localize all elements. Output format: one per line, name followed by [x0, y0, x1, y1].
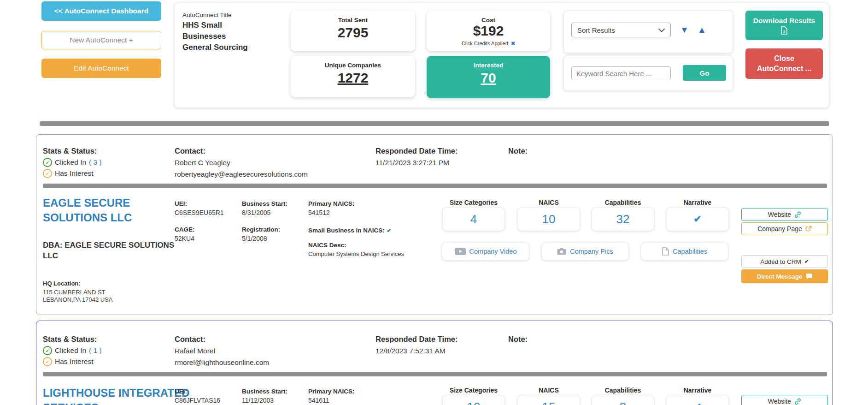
card-horizontal-scrollbar[interactable]: [43, 372, 827, 376]
size-categories-box[interactable]: 10: [442, 395, 505, 405]
link-icon: [794, 211, 801, 218]
sort-ascending-button[interactable]: ▲: [698, 25, 706, 34]
narrative-check-icon: ✔: [693, 401, 702, 405]
has-interest-text: Has Interest: [55, 357, 94, 366]
size-categories-value: 4: [470, 212, 477, 226]
capabilities-count-box[interactable]: 8: [592, 395, 654, 405]
interested-label: Interested: [427, 62, 550, 69]
sort-panel: Sort Results ▼ ▲: [563, 11, 733, 53]
size-categories-label: Size Categories: [442, 199, 505, 206]
new-autoconnect-button[interactable]: New AutoConnect +: [41, 31, 161, 49]
keyword-search-panel: Go: [563, 56, 733, 91]
company-name-link[interactable]: EAGLE SECURE SOLUTIONS LLC: [43, 196, 181, 225]
unique-companies-value[interactable]: 1272: [291, 71, 415, 85]
company-name-link[interactable]: LIGHTHOUSE INTEGRATED SERVICES: [43, 386, 190, 405]
excel-file-icon: x: [781, 26, 787, 35]
hq-address-line1: 115 CUMBERLAND ST: [43, 289, 106, 296]
company-pics-label: Company Pics: [570, 248, 613, 255]
website-button[interactable]: Website: [741, 395, 828, 405]
chevron-down-icon: [658, 26, 665, 32]
stats-status-label: Stats & Status:: [43, 335, 97, 344]
narrative-label: Narrative: [666, 199, 729, 206]
company-page-button[interactable]: Company Page: [741, 222, 828, 235]
size-categories-value: 10: [467, 400, 481, 405]
naics-desc-label: NAICS Desc:: [308, 242, 346, 249]
naics-count-value: 15: [542, 400, 556, 405]
responded-datetime: 12/8/2023 7:52:31 AM: [375, 347, 446, 355]
small-business-row: Small Business in NAICS: ✔: [308, 226, 391, 234]
uei-label: UEI:: [175, 200, 187, 207]
capabilities-count-value: 8: [620, 400, 626, 405]
uei-value: C86JFLVTAS16: [175, 397, 220, 404]
capabilities-button[interactable]: Capabilities: [641, 242, 728, 261]
horizontal-scrollbar[interactable]: [40, 121, 829, 126]
summary-panel: AutoConnect Title HHS Small Businesses G…: [174, 3, 829, 108]
primary-naics-value: 541512: [308, 209, 330, 216]
capabilities-button-label: Capabilities: [673, 248, 707, 255]
naics-count-value: 10: [542, 212, 556, 226]
contact-label: Contact:: [175, 147, 205, 155]
website-button[interactable]: Website: [741, 208, 828, 221]
sort-results-value: Sort Results: [577, 26, 615, 34]
contact-label: Contact:: [175, 335, 205, 344]
total-sent-value: 2795: [291, 25, 415, 40]
click-credits-note[interactable]: Click Credits Applied: ✖: [427, 41, 550, 47]
keyword-search-input[interactable]: [571, 66, 671, 80]
size-categories-box[interactable]: 4: [442, 207, 505, 231]
cost-card: Cost $192 Click Credits Applied: ✖: [427, 11, 550, 51]
camera-icon: [557, 248, 566, 255]
card-horizontal-scrollbar[interactable]: [43, 184, 827, 188]
note-label: Note:: [508, 335, 528, 344]
business-start-value: 8/31/2005: [242, 209, 270, 216]
clicked-in-text: Clicked In: [55, 158, 86, 167]
go-button[interactable]: Go: [683, 65, 726, 81]
naics-count-label: NAICS: [517, 199, 580, 206]
triangle-down-icon: ▼: [680, 25, 689, 35]
direct-message-button[interactable]: Direct Message: [741, 269, 828, 283]
document-icon: [662, 247, 669, 256]
cross-icon[interactable]: ✖: [511, 41, 515, 46]
business-start-value: 11/12/2003: [242, 397, 274, 404]
clicked-in-status[interactable]: ✓ Clicked In ( 3 ): [43, 158, 102, 167]
capabilities-count-box[interactable]: 32: [592, 207, 654, 231]
unique-companies-card[interactable]: Unique Companies 1272: [291, 56, 415, 97]
chat-icon: [806, 274, 813, 280]
small-business-label: Small Business in NAICS:: [308, 227, 385, 234]
clicked-in-count[interactable]: ( 1 ): [89, 346, 102, 355]
naics-desc-value: Computer Systems Design Services: [308, 250, 404, 257]
autoconnect-dashboard-button[interactable]: << AutoConnect Dashboard: [41, 1, 161, 21]
company-card: Stats & Status: ✓ Clicked In ( 1 ) ✓ Has…: [36, 321, 833, 405]
registration-label: Registration:: [242, 226, 280, 233]
naics-count-box[interactable]: 10: [517, 207, 580, 231]
company-video-button[interactable]: Company Video: [442, 242, 529, 261]
clicked-in-count[interactable]: ( 3 ): [89, 158, 102, 167]
sort-descending-button[interactable]: ▼: [680, 25, 689, 34]
company-pics-button[interactable]: Company Pics: [541, 242, 629, 261]
hq-location-label: HQ Location:: [43, 280, 81, 287]
narrative-box[interactable]: ✔: [666, 207, 729, 231]
close-autoconnect-button[interactable]: Close AutoConnect ...: [745, 48, 823, 79]
primary-naics-value: 541611: [308, 397, 329, 404]
download-results-button[interactable]: Download Results x: [745, 11, 823, 40]
website-label: Website: [768, 398, 791, 405]
responded-label: Responded Date Time:: [375, 335, 457, 344]
edit-autoconnect-button[interactable]: Edit AutoConnect: [41, 59, 161, 78]
interested-card[interactable]: Interested 70: [427, 56, 550, 98]
hq-address-line2: LEBANON,PA 17042 USA: [43, 296, 113, 303]
clicked-in-status[interactable]: ✓ Clicked In ( 1 ): [43, 346, 102, 355]
primary-naics-label: Primary NAICS:: [308, 388, 355, 395]
responded-datetime: 11/21/2023 3:27:21 PM: [375, 159, 449, 167]
interested-value[interactable]: 70: [427, 71, 550, 85]
cost-label: Cost: [427, 17, 550, 24]
sort-results-select[interactable]: Sort Results: [571, 23, 671, 37]
contact-name: Rafael Morel: [175, 347, 215, 355]
company-video-label: Company Video: [469, 248, 517, 255]
contact-email: robertyeagley@eaglesecuresolutions.com: [175, 170, 308, 179]
website-label: Website: [768, 211, 791, 218]
external-link-icon: [805, 226, 812, 232]
narrative-box[interactable]: ✔: [666, 395, 729, 405]
primary-naics-label: Primary NAICS:: [308, 200, 355, 207]
naics-count-box[interactable]: 15: [517, 395, 580, 405]
added-to-crm-button[interactable]: Added to CRM ✔: [741, 255, 828, 268]
svg-text:x: x: [783, 29, 786, 34]
